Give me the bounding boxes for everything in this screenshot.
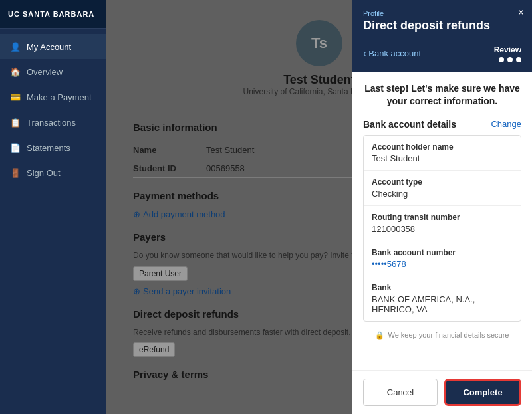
payment-icon: 💳 xyxy=(9,91,21,103)
my-account-icon: 👤 xyxy=(9,41,21,52)
sidebar-item-overview[interactable]: 🏠 Overview xyxy=(0,59,106,84)
step-dot-1 xyxy=(499,57,504,62)
modal-title: Direct deposit refunds xyxy=(363,19,521,33)
sidebar-nav: 👤 My Account 🏠 Overview 💳 Make a Payment… xyxy=(0,29,106,414)
sidebar-item-label: Make a Payment xyxy=(27,92,92,102)
bank-detail-label-bank: Bank xyxy=(372,283,513,292)
change-link[interactable]: Change xyxy=(491,119,521,129)
sign-out-icon: 🚪 xyxy=(9,167,21,179)
bank-detail-label-type: Account type xyxy=(372,177,513,187)
main-content: Ts Test Student University of California… xyxy=(106,0,532,414)
modal-close-button[interactable]: × xyxy=(518,7,524,19)
modal-profile-label: Profile xyxy=(363,9,521,17)
sidebar-item-label: Transactions xyxy=(27,118,76,128)
lock-icon: 🔒 xyxy=(375,331,384,340)
overview-icon: 🏠 xyxy=(9,66,21,78)
step-dots xyxy=(499,57,521,62)
bank-detail-value-type: Checking xyxy=(372,189,513,199)
sidebar-logo: UC SANTA BARBARA xyxy=(0,0,106,29)
sidebar-item-sign-out[interactable]: 🚪 Sign Out xyxy=(0,160,106,185)
bank-detail-label-holder: Account holder name xyxy=(372,142,513,152)
bank-detail-label-account: Bank account number xyxy=(372,248,513,257)
chevron-left-icon: ‹ xyxy=(363,49,366,58)
sidebar-item-my-account[interactable]: 👤 My Account xyxy=(0,34,106,59)
modal-footer: Cancel Complete xyxy=(352,370,532,414)
steps-right: Review xyxy=(494,45,521,62)
modal-body: Last step! Let's make sure we have your … xyxy=(352,72,532,370)
step-review-label: Review xyxy=(494,45,521,54)
bank-details-header: Bank account details Change xyxy=(363,119,521,130)
bank-detail-value-holder: Test Student xyxy=(372,154,513,163)
step-dot-3 xyxy=(516,57,521,62)
sidebar-item-label: Sign Out xyxy=(27,168,61,178)
sidebar-item-make-payment[interactable]: 💳 Make a Payment xyxy=(0,84,106,110)
bank-detail-card: Account holder name Test Student Account… xyxy=(363,135,521,322)
security-note: 🔒 We keep your financial details secure xyxy=(363,331,521,340)
cancel-button[interactable]: Cancel xyxy=(363,379,438,406)
statements-icon: 📄 xyxy=(9,142,21,154)
bank-detail-value-bank: BANK OF AMERICA, N.A., HENRICO, VA xyxy=(372,294,513,314)
bank-details-title: Bank account details xyxy=(363,119,456,130)
bank-detail-row-routing: Routing transit number 121000358 xyxy=(364,206,521,241)
bank-detail-row-bank: Bank BANK OF AMERICA, N.A., HENRICO, VA xyxy=(364,276,521,321)
sidebar-item-label: My Account xyxy=(27,42,71,52)
modal-intro: Last step! Let's make sure we have your … xyxy=(363,82,521,108)
sidebar-item-label: Statements xyxy=(27,143,70,153)
sidebar: UC SANTA BARBARA 👤 My Account 🏠 Overview… xyxy=(0,0,106,414)
transactions-icon: 📋 xyxy=(9,116,21,128)
modal-header: Profile Direct deposit refunds × xyxy=(352,0,532,40)
bank-detail-label-routing: Routing transit number xyxy=(372,213,513,222)
bank-detail-row-account: Bank account number •••••5678 xyxy=(364,241,521,276)
complete-button[interactable]: Complete xyxy=(444,379,521,406)
step-dot-2 xyxy=(507,57,513,62)
bank-detail-row-type: Account type Checking xyxy=(364,171,521,206)
bank-detail-row-holder: Account holder name Test Student xyxy=(364,136,521,171)
bank-detail-value-account: •••••5678 xyxy=(372,259,513,269)
modal-panel: Profile Direct deposit refunds × ‹ Bank … xyxy=(352,0,532,414)
sidebar-item-label: Overview xyxy=(27,67,63,77)
sidebar-item-transactions[interactable]: 📋 Transactions xyxy=(0,110,106,135)
bank-detail-value-routing: 121000358 xyxy=(372,224,513,234)
step-back-button[interactable]: ‹ Bank account xyxy=(363,49,421,58)
sidebar-item-statements[interactable]: 📄 Statements xyxy=(0,135,106,160)
steps-nav: ‹ Bank account Review xyxy=(352,40,532,72)
